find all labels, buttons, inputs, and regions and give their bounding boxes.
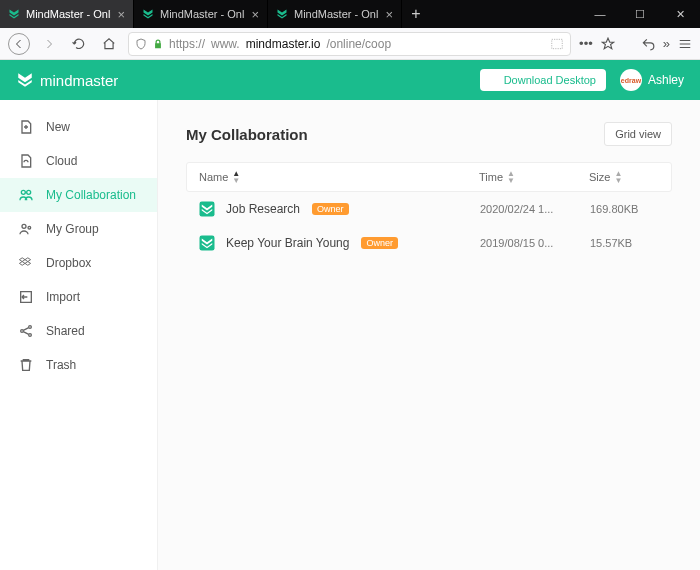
menu-icon[interactable]: [678, 37, 692, 51]
more-icon[interactable]: •••: [579, 36, 593, 51]
minimize-icon[interactable]: —: [580, 0, 620, 28]
table-row[interactable]: Keep Your Brain Young Owner 2019/08/15 0…: [186, 226, 672, 260]
bookmark-icon[interactable]: [601, 37, 615, 51]
dropbox-icon: [18, 255, 34, 271]
cloud-icon: [18, 153, 34, 169]
new-icon: [18, 119, 34, 135]
sidebar: New Cloud My Collaboration My Group Drop…: [0, 100, 158, 570]
url-prefix: www.: [211, 37, 240, 51]
sidebar-item-label: Shared: [46, 324, 85, 338]
sidebar-item-trash[interactable]: Trash: [0, 348, 157, 382]
file-size: 169.80KB: [590, 203, 660, 215]
file-time: 2020/02/24 1...: [480, 203, 590, 215]
file-name: Job Research: [226, 202, 300, 216]
download-icon: [490, 75, 500, 85]
file-time: 2019/08/15 0...: [480, 237, 590, 249]
svg-point-3: [22, 224, 26, 228]
sidebar-item-dropbox[interactable]: Dropbox: [0, 246, 157, 280]
trash-icon: [18, 357, 34, 373]
svg-point-4: [28, 226, 31, 229]
window-controls: — ☐ ✕: [580, 0, 700, 28]
tab-favicon: [276, 8, 288, 20]
sort-icon: ▲▼: [232, 170, 240, 184]
table-header: Name ▲▼ Time ▲▼ Size ▲▼: [186, 162, 672, 192]
main-content: My Collaboration Grid view Name ▲▼ Time …: [158, 100, 700, 570]
back-button[interactable]: [8, 33, 30, 55]
tab-favicon: [8, 8, 20, 20]
username[interactable]: Ashley: [648, 73, 684, 87]
column-header-time[interactable]: Time ▲▼: [479, 170, 589, 184]
browser-tab-0[interactable]: MindMaster - Online Mind M ×: [0, 0, 134, 28]
svg-point-1: [21, 190, 25, 194]
group-icon: [18, 221, 34, 237]
reload-button[interactable]: [68, 33, 90, 55]
sidebar-item-new[interactable]: New: [0, 110, 157, 144]
file-icon: [198, 200, 216, 218]
browser-tab-2[interactable]: MindMaster - Online Mind M ×: [268, 0, 402, 28]
file-size: 15.57KB: [590, 237, 660, 249]
svg-point-5: [21, 330, 24, 333]
url-domain: mindmaster.io: [246, 37, 321, 51]
brand-icon: [16, 71, 34, 89]
browser-address-bar: https://www.mindmaster.io/online/coop ••…: [0, 28, 700, 60]
url-path: /online/coop: [326, 37, 391, 51]
tab-title: MindMaster - Online Mind M: [160, 8, 245, 20]
page-title: My Collaboration: [186, 126, 308, 143]
close-window-icon[interactable]: ✕: [660, 0, 700, 28]
sort-icon: ▲▼: [614, 170, 622, 184]
sidebar-item-label: My Group: [46, 222, 99, 236]
sidebar-item-import[interactable]: Import: [0, 280, 157, 314]
share-icon: [18, 323, 34, 339]
tab-title: MindMaster - Online Mind M: [294, 8, 379, 20]
url-input[interactable]: https://www.mindmaster.io/online/coop: [128, 32, 571, 56]
brand-text: mindmaster: [40, 72, 118, 89]
sidebar-item-cloud[interactable]: Cloud: [0, 144, 157, 178]
shield-icon: [135, 38, 147, 50]
column-header-name[interactable]: Name ▲▼: [199, 170, 479, 184]
app-header: mindmaster Download Desktop edraw Ashley: [0, 60, 700, 100]
grid-view-button[interactable]: Grid view: [604, 122, 672, 146]
sidebar-item-label: Dropbox: [46, 256, 91, 270]
sidebar-item-label: My Collaboration: [46, 188, 136, 202]
avatar[interactable]: edraw: [620, 69, 642, 91]
browser-tab-1[interactable]: MindMaster - Online Mind M ×: [134, 0, 268, 28]
forward-button[interactable]: [38, 33, 60, 55]
download-desktop-button[interactable]: Download Desktop: [480, 69, 606, 91]
new-tab-button[interactable]: +: [402, 0, 430, 28]
svg-point-6: [29, 326, 32, 329]
table-row[interactable]: Job Research Owner 2020/02/24 1... 169.8…: [186, 192, 672, 226]
column-header-size[interactable]: Size ▲▼: [589, 170, 659, 184]
home-button[interactable]: [98, 33, 120, 55]
sidebar-item-my-collaboration[interactable]: My Collaboration: [0, 178, 157, 212]
close-icon[interactable]: ×: [385, 7, 393, 22]
close-icon[interactable]: ×: [251, 7, 259, 22]
sidebar-item-label: Trash: [46, 358, 76, 372]
sidebar-item-label: New: [46, 120, 70, 134]
tab-favicon: [142, 8, 154, 20]
url-protocol: https://: [169, 37, 205, 51]
file-name: Keep Your Brain Young: [226, 236, 349, 250]
import-icon: [18, 289, 34, 305]
overflow-icon[interactable]: »: [663, 36, 670, 51]
history-back-icon[interactable]: [641, 37, 655, 51]
lock-icon: [153, 39, 163, 49]
svg-point-7: [29, 334, 32, 337]
sort-icon: ▲▼: [507, 170, 515, 184]
collaboration-icon: [18, 187, 34, 203]
browser-titlebar: MindMaster - Online Mind M × MindMaster …: [0, 0, 700, 28]
sidebar-item-label: Import: [46, 290, 80, 304]
sidebar-item-label: Cloud: [46, 154, 77, 168]
owner-badge: Owner: [361, 237, 398, 249]
maximize-icon[interactable]: ☐: [620, 0, 660, 28]
close-icon[interactable]: ×: [117, 7, 125, 22]
sidebar-item-my-group[interactable]: My Group: [0, 212, 157, 246]
sidebar-item-shared[interactable]: Shared: [0, 314, 157, 348]
owner-badge: Owner: [312, 203, 349, 215]
svg-point-2: [27, 190, 31, 194]
reader-mode-icon[interactable]: [550, 37, 564, 51]
svg-rect-0: [552, 39, 563, 48]
tab-title: MindMaster - Online Mind M: [26, 8, 111, 20]
brand[interactable]: mindmaster: [16, 71, 118, 89]
file-icon: [198, 234, 216, 252]
